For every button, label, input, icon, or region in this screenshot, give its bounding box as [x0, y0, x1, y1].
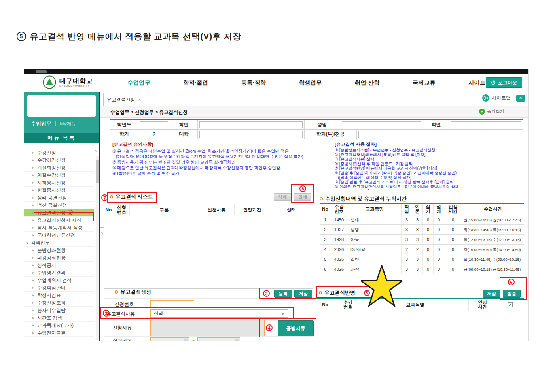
sidebar-item[interactable]: ▸수업전자출결: [24, 329, 94, 337]
sidebar-item[interactable]: ∨검색업무: [24, 239, 94, 247]
form-field-성명[interactable]: [342, 121, 421, 128]
delete-button[interactable]: 삭제: [274, 193, 291, 201]
sidebar-item[interactable]: ▸계절희망신청: [24, 164, 94, 172]
sitemap-icon[interactable]: [482, 94, 489, 102]
sidebar-tab-main[interactable]: 수업업무: [31, 120, 51, 127]
period-end-input[interactable]: [197, 337, 240, 341]
title-text: 유고결석 반영 메뉴에서 적용할 교과목 선택(V)후 저장: [30, 31, 241, 42]
triangle-right-icon: ▸: [32, 299, 34, 307]
nav-item-4[interactable]: 학생업무: [299, 79, 322, 87]
triangle-right-icon: ▸: [32, 284, 34, 292]
sidebar-item[interactable]: ▸학생시간표: [24, 292, 94, 299]
evidence-button[interactable]: 증빙서류: [278, 320, 314, 336]
sidebar-item[interactable]: ▸봉사이수열람: [24, 307, 94, 314]
tabbar-icons: 사이트맵 ✕: [482, 94, 525, 102]
sidebar-item-label: 분반강좌현황: [37, 247, 66, 253]
table-cell: 4: [320, 245, 330, 254]
form-row: 학년도학번성명학년: [110, 120, 523, 130]
sidebar-item-label: 수강신청조회: [37, 300, 66, 305]
column-header: No: [320, 204, 330, 215]
table-cell: 일반: [348, 254, 402, 264]
form-field-학번[interactable]: [199, 121, 303, 128]
logout-button[interactable]: 로그아웃: [486, 77, 522, 88]
reason-type-select[interactable]: 선택: [150, 309, 288, 318]
reason-textarea[interactable]: [150, 320, 265, 336]
sidebar-item[interactable]: ▸백신 공결신청: [24, 202, 94, 209]
nav-item-3[interactable]: 등록·장학: [241, 79, 266, 87]
sidebar-collapse-handle[interactable]: <: [100, 227, 104, 238]
tab-close-icon[interactable]: ×: [138, 97, 141, 102]
sidebar-item[interactable]: ▸시간표 검색: [24, 314, 94, 322]
scrollbar-thumb[interactable]: [96, 160, 99, 183]
nav-item-6[interactable]: 국제교류: [413, 79, 436, 87]
sidebar-item[interactable]: ▸사회봉사신청: [24, 179, 94, 187]
sidebar-item[interactable]: ▸수강학점안내: [24, 284, 94, 292]
sidebar-item[interactable]: ▸성적공시: [24, 262, 94, 269]
form-field-학년도[interactable]: [140, 121, 168, 128]
section-bullet-icon: [319, 291, 322, 294]
sidebar-item[interactable]: ▸수업평가결과: [24, 269, 94, 277]
sidebar-scrollbar[interactable]: [96, 156, 99, 340]
sidebar-item[interactable]: ▸수강허가신청: [24, 156, 94, 164]
sidebar-item[interactable]: ▸유고결석신청서 서식: [24, 217, 94, 224]
register-button[interactable]: 등록: [274, 290, 292, 298]
sidebar-profile-box[interactable]: [27, 95, 96, 117]
print-button[interactable]: 인쇄: [294, 193, 311, 201]
sidebar-item[interactable]: ▸봉사 활동계획서 작성: [24, 224, 94, 232]
column-header: 이 론: [412, 204, 423, 215]
sidebar-item[interactable]: ▸수강신청조회: [24, 299, 94, 307]
table-cell: 0: [423, 264, 434, 274]
sidebar-tab-mymenu[interactable]: My메뉴: [60, 121, 76, 127]
column-header: 수강 번호: [330, 204, 348, 215]
close-all-tabs-icon[interactable]: ✕: [516, 95, 525, 102]
table-row: 64026과학33000금(09:00~10:15) 금(10:30~11:45…: [320, 264, 524, 274]
table-cell: 0: [434, 254, 444, 264]
form-field-대학[interactable]: [199, 131, 303, 138]
form-label: 학과(부)/전공: [305, 130, 357, 139]
sidebar-item-label: 유고결석신청서 서식: [37, 217, 81, 223]
sidebar-item[interactable]: ▸생리 공결신청: [24, 194, 94, 202]
form-field-학년[interactable]: [451, 121, 521, 128]
tab-yugo-application[interactable]: 유고결석신청 ×: [103, 93, 144, 106]
checkbox-checked-icon[interactable]: ✔: [508, 302, 513, 307]
calendar-icon[interactable]: [235, 339, 239, 341]
section-bullet-icon: [110, 195, 113, 198]
sidebar-item[interactable]: ▸헌혈봉사신청: [24, 187, 94, 194]
sidebar-item[interactable]: ▸폐강강좌현황: [24, 254, 94, 262]
column-header: 설 계: [434, 204, 444, 215]
sidebar-item[interactable]: ▸계절수강신청: [24, 172, 94, 179]
nav-item-5[interactable]: 취업·산학: [355, 79, 380, 87]
triangle-right-icon: ▸: [32, 329, 34, 337]
nav-item-2[interactable]: 학적·졸업: [183, 79, 208, 87]
apply-no-input[interactable]: [150, 300, 194, 307]
sidebar-item[interactable]: ▸국내학점교류신청: [24, 232, 94, 239]
section-bullet-icon: [115, 290, 118, 294]
sidebar-item[interactable]: ▸수업계획서 검색: [24, 277, 94, 284]
divider: [318, 282, 524, 282]
scroll-up-arrow[interactable]: ^: [93, 150, 98, 155]
sidebar-item[interactable]: ▸분반강좌현황: [24, 247, 94, 254]
university-logo[interactable]: 대구대학교 DAEGUUNIVERSITY: [43, 75, 93, 89]
sidebar-top-panel: 수업업무 My메뉴: [24, 92, 99, 133]
table-cell: 2026: [330, 245, 348, 254]
sidebar-item[interactable]: ▸교과목개요(교과): [24, 322, 94, 329]
sitemap-label[interactable]: 사이트맵: [492, 95, 511, 102]
send-button[interactable]: 발송: [503, 290, 521, 298]
sidebar-item[interactable]: ▸수강신청: [24, 149, 94, 156]
table-cell: 4025: [330, 254, 348, 264]
period-start-input[interactable]: [150, 337, 189, 341]
table-row: 54025일반33000월(10:30~11:45) 수(09:00~10:15…: [320, 254, 524, 264]
form-field-학과(부)/전공[interactable]: [358, 131, 521, 138]
nav-item-1[interactable]: 수업업무: [127, 79, 150, 87]
reflection-save-button[interactable]: 저장: [483, 290, 500, 298]
calendar-icon[interactable]: [184, 339, 188, 341]
form-field-학기[interactable]: [140, 131, 168, 138]
favorite[interactable]: ★ 즐겨찾기: [479, 109, 504, 115]
table-cell: 3: [412, 254, 423, 264]
triangle-right-icon: ▸: [32, 254, 34, 262]
sidebar-item-label: 성적공시: [37, 262, 56, 268]
power-icon: [491, 80, 496, 85]
sidebar-item[interactable]: ▸유고결석신청1: [24, 209, 94, 217]
creation-save-button[interactable]: 저장: [294, 290, 312, 298]
form-input-cell: [198, 120, 305, 129]
